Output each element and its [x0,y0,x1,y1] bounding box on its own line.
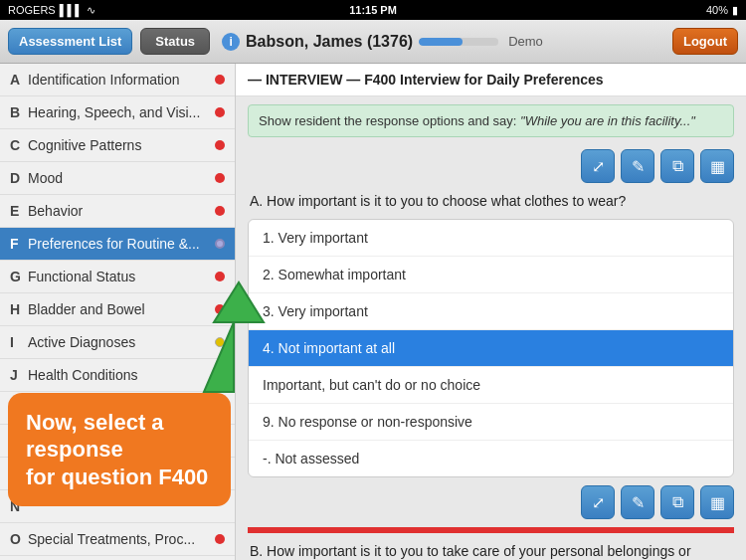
sidebar-label-e: Behavior [28,203,211,219]
sidebar-letter-e: E [10,203,28,219]
response-list: 1. Very important 2. Somewhat important … [248,219,734,477]
sidebar-item-o[interactable]: O Special Treatments, Proc... [0,523,235,556]
instruction-text: Show resident the response options and s… [259,113,520,128]
carrier-label: ROGERS [8,4,56,16]
copy-button-bottom[interactable]: ⧉ [660,485,694,519]
status-bar-left: ROGERS ▌▌▌ ∿ [8,4,95,17]
copy-button[interactable]: ⧉ [660,149,694,183]
response-2[interactable]: 2. Somewhat important [249,257,733,293]
battery-icon: ▮ [732,4,738,17]
sidebar-item-j[interactable]: J Health Conditions [0,359,235,392]
toolbar-row-top: ⤢ ✎ ⧉ ▦ [236,145,746,187]
sidebar-dot-i [215,337,225,347]
copy-icon-bottom: ⧉ [672,493,683,511]
expand-icon: ⤢ [592,157,605,176]
instruction-italic: "While you are in this facility..." [520,113,695,128]
expand-icon-bottom: ⤢ [592,493,605,512]
sidebar-letter-j: J [10,367,28,383]
edit-icon-bottom: ✎ [632,493,645,512]
sidebar-dot-g [215,272,225,281]
sidebar-letter-f: F [10,236,28,252]
status-bar-time: 11:15 PM [349,4,397,16]
sidebar-label-i: Active Diagnoses [28,334,211,350]
resident-name: Babson, James (1376) [246,33,413,51]
sidebar-letter-b: B [10,104,28,120]
calendar-icon-bottom: ▦ [710,493,725,512]
sidebar-dot-h [215,304,225,314]
sidebar-letter-g: G [10,269,28,284]
sidebar-dot-f [215,239,225,249]
sidebar-item-c[interactable]: C Cognitive Patterns [0,129,235,162]
top-nav: Assessment List Status i Babson, James (… [0,20,746,64]
expand-button-bottom[interactable]: ⤢ [581,485,615,519]
assessment-list-button[interactable]: Assessment List [8,28,132,55]
status-bar-right: 40% ▮ [706,4,738,17]
callout-text: Now, select a response for question F400 [26,409,213,491]
sidebar-label-j: Health Conditions [28,367,211,383]
edit-icon: ✎ [632,157,645,176]
sidebar-label-d: Mood [28,170,211,186]
calendar-icon: ▦ [710,157,725,176]
sidebar-label-h: Bladder and Bowel [28,301,211,317]
sidebar-letter-o: O [10,531,28,547]
sidebar-dot-b [215,107,225,117]
sidebar-item-i[interactable]: I Active Diagnoses [0,326,235,359]
sidebar-item-g[interactable]: G Functional Status [0,261,235,293]
toolbar-row-bottom: ⤢ ✎ ⧉ ▦ [236,481,746,523]
edit-button[interactable]: ✎ [621,149,654,183]
sidebar-letter-a: A [10,72,28,88]
sidebar-label-a: Identification Information [28,72,211,88]
response-1[interactable]: 1. Very important [249,220,733,257]
status-bar: ROGERS ▌▌▌ ∿ 11:15 PM 40% ▮ [0,0,746,20]
response-3[interactable]: 3. Very important [249,293,733,330]
info-icon: i [222,33,240,51]
response-5[interactable]: Important, but can't do or no choice [249,367,733,404]
callout-line1: Now, select a response [26,410,164,463]
calendar-button[interactable]: ▦ [700,149,734,183]
sidebar-dot-c [215,140,225,150]
question-b-text: B. How important is it to you to take ca… [236,537,746,560]
edit-button-bottom[interactable]: ✎ [621,485,654,519]
wifi-icon: ∿ [87,4,95,17]
sidebar-letter-h: H [10,301,28,317]
copy-icon: ⧉ [672,157,683,175]
sidebar-item-b[interactable]: B Hearing, Speech, and Visi... [0,96,235,129]
sidebar-item-f[interactable]: F Preferences for Routine &... [0,228,235,261]
sidebar-item-a[interactable]: A Identification Information [0,64,235,96]
sidebar-item-h[interactable]: H Bladder and Bowel [0,293,235,326]
sidebar-label-g: Functional Status [28,269,211,284]
progress-bar [419,38,498,46]
signal-icon: ▌▌▌ [60,4,83,16]
sidebar-dot-o [215,534,225,544]
question-a-text: A. How important is it to you to choose … [236,187,746,215]
status-button[interactable]: Status [140,28,210,55]
expand-button[interactable]: ⤢ [581,149,615,183]
logout-button[interactable]: Logout [672,28,738,55]
sidebar-item-d[interactable]: D Mood [0,162,235,195]
response-4[interactable]: 4. Not important at all [249,330,733,367]
sidebar-letter-d: D [10,170,28,186]
sidebar-dot-a [215,75,225,85]
response-9[interactable]: 9. No response or non-responsive [249,404,733,441]
demo-label: Demo [508,34,543,49]
orange-callout-box: Now, select a response for question F400 [8,393,231,507]
sidebar-dot-e [215,206,225,216]
calendar-button-bottom[interactable]: ▦ [700,485,734,519]
progress-bar-fill [419,38,463,46]
sidebar-label-o: Special Treatments, Proc... [28,531,211,547]
interview-header: — INTERVIEW — F400 Interview for Daily P… [236,64,746,96]
resident-info: i Babson, James (1376) Demo [222,33,664,51]
callout-overlay: Now, select a response for question F400 [0,389,239,511]
sidebar-letter-c: C [10,137,28,153]
app-container: Assessment List Status i Babson, James (… [0,20,746,560]
main-content: — INTERVIEW — F400 Interview for Daily P… [236,64,746,560]
sidebar-dot-d [215,173,225,183]
content-area: A Identification Information B Hearing, … [0,64,746,560]
sidebar-item-e[interactable]: E Behavior [0,195,235,228]
sidebar-letter-i: I [10,334,28,350]
bottom-progress-bar [248,527,734,533]
response-dash[interactable]: -. Not assessed [249,441,733,476]
sidebar-item-p[interactable]: P Restraints [0,556,235,560]
sidebar-label-b: Hearing, Speech, and Visi... [28,104,211,120]
instruction-box: Show resident the response options and s… [248,104,734,137]
